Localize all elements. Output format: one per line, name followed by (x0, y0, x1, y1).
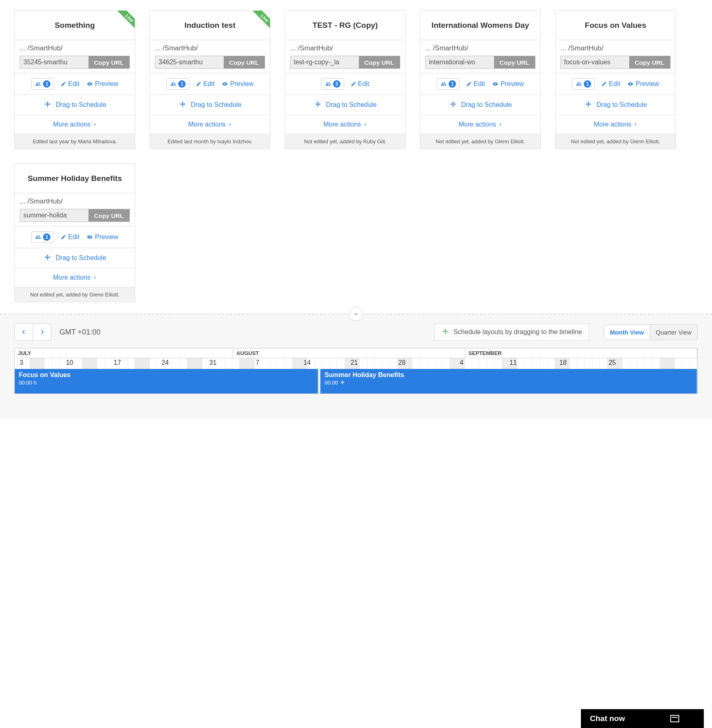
layout-card: LiveInduction test ... /SmartHub/ Copy U… (150, 10, 270, 149)
preview-label: Preview (636, 80, 659, 88)
chevron-down-icon (353, 311, 359, 317)
day-tick: 10 (66, 359, 73, 366)
edit-link[interactable]: Edit (466, 80, 485, 88)
timeline-panel: GMT +01:00 Schedule layouts by dragging … (0, 314, 712, 418)
slug-input[interactable] (290, 56, 359, 68)
edit-link[interactable]: Edit (601, 80, 620, 88)
preview-link[interactable]: Preview (627, 80, 659, 88)
edit-link[interactable]: Edit (196, 80, 215, 88)
users-badge[interactable]: 1 (31, 231, 54, 243)
month-header: AUGUST (233, 348, 465, 358)
users-count: 1 (584, 80, 591, 88)
card-footer: Not edited yet, added by Ruby Gill. (285, 134, 405, 149)
timezone-label: GMT +01:00 (59, 328, 100, 337)
more-actions[interactable]: More actions (285, 115, 405, 134)
event-block[interactable]: Summer Holiday Benefits 00:00 (320, 369, 697, 393)
card-title: TEST - RG (Copy) (313, 20, 378, 30)
edit-link[interactable]: Edit (61, 233, 79, 241)
quarter-view-button[interactable]: Quarter View (650, 325, 697, 340)
users-badge[interactable]: 1 (166, 78, 189, 90)
drag-to-schedule[interactable]: Drag to Schedule (150, 95, 270, 115)
preview-label: Preview (501, 80, 524, 88)
copy-url-button[interactable]: Copy URL (88, 209, 130, 222)
drag-to-schedule[interactable]: Drag to Schedule (285, 95, 405, 115)
more-label: More actions (458, 121, 496, 128)
users-badge[interactable]: 3 (321, 78, 344, 90)
drag-to-schedule[interactable]: Drag to Schedule (556, 95, 676, 115)
users-icon (325, 81, 331, 87)
copy-url-button[interactable]: Copy URL (494, 56, 535, 68)
card-path: ... /SmartHub/ (560, 44, 671, 52)
event-block[interactable]: Focus on Values 00:00 h (15, 369, 318, 393)
live-ribbon: Live (250, 10, 270, 32)
preview-link[interactable]: Preview (492, 80, 524, 88)
collapse-toggle[interactable] (349, 307, 363, 321)
more-actions[interactable]: More actions (15, 268, 135, 287)
copy-url-button[interactable]: Copy URL (224, 56, 265, 68)
day-tick: 18 (559, 359, 567, 366)
edit-link[interactable]: Edit (351, 80, 370, 88)
chevron-right-icon (39, 329, 45, 335)
day-tick: 14 (304, 359, 311, 366)
day-tick: 25 (608, 359, 616, 366)
card-footer: Edited last year by Maria Mihailova. (15, 134, 135, 149)
move-icon (43, 101, 52, 109)
users-count: 1 (449, 80, 456, 88)
more-label: More actions (188, 121, 226, 128)
preview-link[interactable]: Preview (86, 233, 118, 241)
more-actions[interactable]: More actions (150, 115, 270, 134)
users-badge[interactable]: 1 (31, 78, 54, 90)
users-badge[interactable]: 1 (572, 78, 595, 90)
users-count: 1 (178, 80, 186, 88)
card-path: ... /SmartHub/ (425, 44, 535, 52)
move-icon (584, 101, 592, 109)
edit-label: Edit (203, 80, 215, 88)
slug-input[interactable] (20, 56, 88, 68)
card-footer: Not edited yet, added by Glenn Elliott. (420, 134, 540, 149)
chevron-left-icon (21, 329, 27, 335)
event-title: Focus on Values (19, 371, 313, 379)
day-tick: 28 (398, 359, 406, 366)
edit-label: Edit (358, 80, 370, 88)
copy-url-button[interactable]: Copy URL (359, 56, 400, 68)
prev-button[interactable] (15, 324, 33, 340)
preview-label: Preview (230, 80, 254, 88)
day-tick: 7 (256, 359, 259, 366)
drag-to-schedule[interactable]: Drag to Schedule (420, 95, 540, 115)
edit-link[interactable]: Edit (61, 80, 79, 88)
more-actions[interactable]: More actions (556, 115, 676, 134)
card-footer: Not edited yet, added by Glenn Elliott. (15, 287, 135, 302)
drag-to-schedule[interactable]: Drag to Schedule (15, 248, 135, 268)
day-tick: 3 (20, 359, 23, 366)
day-tick: 17 (114, 359, 121, 366)
slug-input[interactable] (155, 56, 224, 68)
slug-input[interactable] (426, 56, 494, 68)
more-actions[interactable]: More actions (15, 115, 135, 134)
more-actions[interactable]: More actions (420, 115, 540, 134)
more-label: More actions (53, 121, 91, 128)
day-tick: 11 (510, 359, 517, 366)
card-footer: Edited last month by Ivaylo Indzhov. (150, 134, 270, 149)
month-view-button[interactable]: Month View (604, 325, 650, 340)
drag-label: Drag to Schedule (56, 101, 107, 109)
next-button[interactable] (33, 324, 51, 340)
move-icon (179, 101, 187, 109)
drag-to-schedule[interactable]: Drag to Schedule (15, 95, 135, 115)
layout-card: Focus on Values ... /SmartHub/ Copy URL … (555, 10, 676, 149)
slug-input[interactable] (561, 56, 629, 68)
preview-label: Preview (95, 233, 118, 241)
event-time: 00:00 (324, 380, 692, 386)
users-count: 1 (43, 233, 50, 241)
slug-input[interactable] (20, 209, 88, 222)
event-title: Summer Holiday Benefits (324, 371, 692, 379)
drag-label: Drag to Schedule (326, 101, 377, 109)
layout-card: International Womens Day ... /SmartHub/ … (420, 10, 541, 149)
users-icon (170, 81, 177, 87)
users-icon (35, 81, 41, 87)
preview-link[interactable]: Preview (86, 80, 118, 88)
copy-url-button[interactable]: Copy URL (88, 56, 130, 68)
layout-card: Summer Holiday Benefits ... /SmartHub/ C… (14, 163, 135, 302)
copy-url-button[interactable]: Copy URL (629, 56, 671, 68)
users-badge[interactable]: 1 (437, 78, 460, 90)
preview-link[interactable]: Preview (221, 80, 254, 88)
